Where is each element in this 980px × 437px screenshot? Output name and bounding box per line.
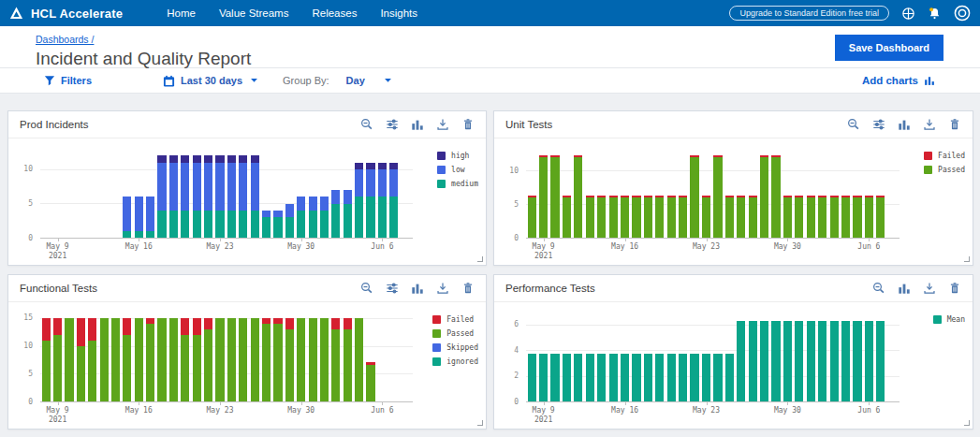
legend-label: ignored [446,357,478,366]
bar [355,152,363,238]
bar [632,315,640,401]
y-tick-label: 6 [496,320,519,328]
bar [297,315,305,401]
bar-segment-passed [865,197,873,238]
nav-item-insights[interactable]: Insights [380,7,417,19]
resize-handle-icon[interactable] [477,256,483,262]
x-tick-mark [869,402,870,405]
zoom-out-icon[interactable] [847,118,860,131]
filter-icon[interactable] [872,118,885,131]
x-tick-label: May 23 [207,406,234,415]
bar-segment-passed [550,157,559,238]
legend-swatch [437,166,446,174]
bar-chart-icon[interactable] [411,282,424,295]
bar-segment-passed [528,197,536,238]
bar-segment-passed [667,197,676,238]
add-charts-button[interactable]: Add charts [862,75,935,86]
legend-label: high [451,152,469,160]
user-avatar[interactable] [954,5,971,22]
breadcrumb[interactable]: Dashboards / [36,34,94,45]
bar-segment-mean [760,321,768,402]
bar [100,315,109,401]
bar-segment-passed [169,318,178,401]
legend-swatch [437,152,446,160]
legend-item: Failed [924,152,965,160]
bar-segment-high [204,155,212,162]
bar [320,315,329,401]
chevron-down-icon[interactable] [384,78,392,83]
bar [679,152,687,238]
resize-handle-icon[interactable] [964,256,970,262]
bar-segment-low [204,163,212,211]
bar-segment-low [389,169,398,197]
group-by-value[interactable]: Day [346,75,365,86]
bar-chart-icon[interactable] [898,118,911,131]
resize-handle-icon[interactable] [964,420,970,426]
bar-segment-mean [679,354,687,401]
chart-card-prod-incidents: Prod Incidents 0510May 9 2021May 16May 2… [7,110,487,266]
delete-icon[interactable] [461,282,475,295]
bar-segment-passed [285,329,294,401]
bar-segment-mean [550,354,559,401]
date-range-dropdown[interactable]: Last 30 days [163,75,258,87]
nav-item-releases[interactable]: Releases [312,7,357,19]
bar [737,315,745,401]
bar-segment-passed [65,318,73,401]
save-dashboard-button[interactable]: Save Dashboard [835,35,943,61]
bar [609,152,618,238]
bar [227,315,236,401]
nav-item-value-streams[interactable]: Value Streams [219,7,289,19]
filter-icon[interactable] [386,282,399,295]
bar-segment-low [239,163,247,211]
download-icon[interactable] [923,118,936,131]
filter-icon[interactable] [386,118,399,131]
resize-handle-icon[interactable] [477,420,483,426]
bar [771,315,780,401]
bar [713,152,722,238]
bar-chart-icon[interactable] [898,282,911,295]
y-tick-label: 15 [10,313,33,322]
x-tick-mark [707,402,708,405]
bar-segment-low [193,163,201,211]
bar [227,152,236,238]
card-header: Prod Incidents [8,111,486,138]
zoom-out-icon[interactable] [872,282,885,295]
zoom-out-icon[interactable] [360,282,373,295]
bar-segment-low [135,197,143,231]
upgrade-button[interactable]: Upgrade to Standard Edition free trial [729,6,889,21]
nav-item-home[interactable]: Home [167,7,196,19]
x-tick-label: May 23 [693,242,720,252]
notifications-bell-icon[interactable] [928,7,942,21]
zoom-out-icon[interactable] [360,118,373,131]
delete-icon[interactable] [948,282,961,295]
delete-icon[interactable] [948,118,961,131]
bar [366,315,374,401]
x-tick-mark [787,239,788,241]
bar-segment-failed [42,318,51,341]
bar [853,315,861,401]
download-icon[interactable] [436,118,449,131]
bar-segment-passed [111,318,120,401]
chart-plot-area: 051015May 9 2021May 16May 23May 30Jun 6F… [8,302,486,429]
bar-segment-high [227,155,236,162]
bar [53,315,62,401]
filters-toggle[interactable]: Filters [44,75,92,86]
legend-swatch [933,315,942,324]
bar [690,152,698,238]
bar-segment-mean [563,354,571,401]
y-tick-label: 10 [496,167,519,175]
delete-icon[interactable] [461,118,475,131]
download-icon[interactable] [436,282,449,295]
bar-segment-high [251,155,259,162]
x-tick-mark [301,239,302,241]
bar-segment-mean [644,354,652,401]
y-tick-label: 4 [496,346,519,355]
x-tick-label: May 9 2021 [533,406,555,425]
bar [262,315,271,401]
add-charts-label: Add charts [862,75,918,86]
bar [181,315,189,401]
bar-chart-icon[interactable] [411,118,424,131]
bar-segment-failed [123,318,131,335]
globe-icon[interactable] [901,7,915,21]
download-icon[interactable] [923,282,936,295]
